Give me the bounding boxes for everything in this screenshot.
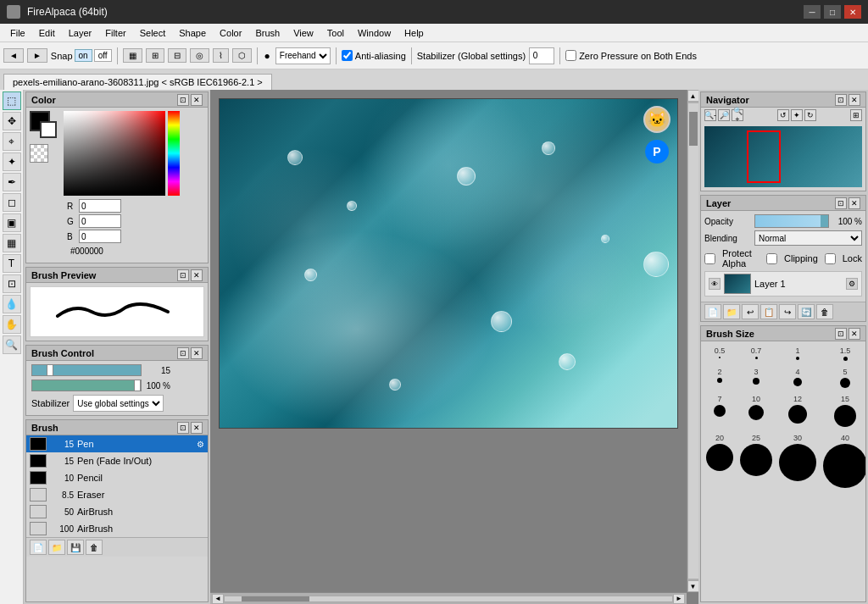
tool-lasso[interactable]: ⌖ <box>3 132 21 151</box>
menu-layer[interactable]: Layer <box>62 26 99 40</box>
brush-mode-select[interactable]: Freehand <box>275 47 331 64</box>
tool-hand[interactable]: ✋ <box>3 315 21 334</box>
layer-redo-btn[interactable]: ↪ <box>779 304 796 319</box>
tool-eyedrop[interactable]: 💧 <box>3 295 21 313</box>
menu-filter[interactable]: Filter <box>98 26 132 40</box>
brush-size-item-0.5[interactable]: 0.5 <box>704 345 735 363</box>
tool-pen[interactable]: ✒ <box>3 173 21 191</box>
brush-size-item-1[interactable]: 1 <box>777 345 818 363</box>
brush-size-item-10[interactable]: 10 <box>738 393 774 429</box>
brush-save-btn[interactable]: 💾 <box>67 540 84 555</box>
toolbar-snap2-button[interactable]: ⊞ <box>146 48 164 63</box>
brush-size-item-4[interactable]: 4 <box>777 366 818 390</box>
brush-panel-close-btn[interactable]: ✕ <box>191 422 203 434</box>
swatch-container[interactable] <box>30 111 60 141</box>
hscroll-thumb[interactable] <box>242 596 309 601</box>
brush-size-item-1.5[interactable]: 1.5 <box>821 345 865 363</box>
menu-shape[interactable]: Shape <box>172 26 213 40</box>
brush-add-btn[interactable]: 📄 <box>30 540 47 555</box>
brush-folder-btn[interactable]: 📁 <box>48 540 65 555</box>
snap-off-button[interactable]: off <box>94 49 112 62</box>
brush-delete-btn[interactable]: 🗑 <box>86 540 103 555</box>
size-slider[interactable] <box>31 364 142 376</box>
transparent-swatch[interactable] <box>30 144 48 163</box>
lock-checkbox[interactable] <box>825 253 836 264</box>
brush-control-float-btn[interactable]: ⊡ <box>177 347 189 359</box>
vscroll-down[interactable]: ▼ <box>687 580 699 592</box>
stabilizer-input[interactable] <box>529 47 554 64</box>
b-input[interactable]: 0 <box>79 230 121 243</box>
brush-control-controls[interactable]: ⊡ ✕ <box>177 347 203 359</box>
tool-move[interactable]: ✥ <box>3 112 21 130</box>
brush-panel-controls[interactable]: ⊡ ✕ <box>177 422 203 434</box>
navigator-controls[interactable]: ⊡ ✕ <box>835 94 860 106</box>
color-panel-close-btn[interactable]: ✕ <box>191 94 203 106</box>
vscroll-thumb[interactable] <box>689 112 698 146</box>
toolbar-snap3-button[interactable]: ⊟ <box>168 48 186 63</box>
brush-control-close-btn[interactable]: ✕ <box>191 347 203 359</box>
nav-star[interactable]: ✦ <box>791 109 803 121</box>
brush-gear-pen[interactable]: ⚙ <box>197 440 204 449</box>
nav-zoom-out2[interactable]: 🔎 <box>718 109 730 121</box>
zero-pressure-checkbox[interactable] <box>565 50 576 61</box>
brush-size-item-25[interactable]: 25 <box>738 432 774 490</box>
brush-size-item-30[interactable]: 30 <box>777 432 818 490</box>
color-panel-float-btn[interactable]: ⊡ <box>177 94 189 106</box>
layer-folder-btn[interactable]: 📁 <box>723 304 740 319</box>
toolbar-grid-button[interactable]: ▦ <box>123 48 142 63</box>
nav-zoom-out[interactable]: 🔍- <box>704 109 716 121</box>
brush-size-float-btn[interactable]: ⊡ <box>835 328 847 340</box>
nav-zoom-in[interactable]: 🔍+ <box>732 109 743 121</box>
tool-select[interactable]: ⬚ <box>3 91 21 110</box>
tool-magic-wand[interactable]: ✦ <box>3 152 21 171</box>
brush-size-item-20[interactable]: 20 <box>704 432 735 490</box>
brush-item-pen[interactable]: 15 Pen ⚙ <box>26 435 208 452</box>
layer-delete-btn[interactable]: 🗑 <box>816 304 833 319</box>
brush-item-eraser[interactable]: 8.5 Eraser <box>26 486 208 503</box>
layer-float-btn[interactable]: ⊡ <box>835 197 847 209</box>
vscroll-up[interactable]: ▲ <box>687 90 699 102</box>
brush-size-item-12[interactable]: 12 <box>777 393 818 429</box>
toolbar-fwd-button[interactable]: ► <box>27 48 47 63</box>
brush-size-item-3[interactable]: 3 <box>738 366 774 390</box>
tool-gradient[interactable]: ▦ <box>3 234 21 252</box>
hscroll-left[interactable]: ◄ <box>212 594 224 604</box>
brush-size-item-0.7[interactable]: 0.7 <box>738 345 774 363</box>
snap-on-button[interactable]: on <box>75 49 92 62</box>
tool-zoom[interactable]: 🔍 <box>3 335 21 354</box>
tool-text[interactable]: T <box>3 254 21 273</box>
menu-edit[interactable]: Edit <box>32 26 62 40</box>
toolbar-back-button[interactable]: ◄ <box>3 48 24 63</box>
opacity-slider[interactable] <box>31 380 142 391</box>
nav-rotate-cw[interactable]: ↻ <box>804 109 816 121</box>
tool-fill[interactable]: ▣ <box>3 213 21 232</box>
menu-window[interactable]: Window <box>351 26 398 40</box>
menu-color[interactable]: Color <box>213 26 248 40</box>
layer-item-1[interactable]: 👁 Layer 1 ⚙ <box>704 271 862 296</box>
menu-tool[interactable]: Tool <box>320 26 351 40</box>
r-input[interactable]: 0 <box>79 199 121 213</box>
anti-aliasing-checkbox[interactable] <box>342 50 353 61</box>
nav-fit[interactable]: ⊞ <box>850 109 862 121</box>
background-swatch[interactable] <box>40 121 57 138</box>
brush-size-item-7[interactable]: 7 <box>704 393 735 429</box>
brush-panel-float-btn[interactable]: ⊡ <box>177 422 189 434</box>
color-gradient[interactable] <box>64 111 165 196</box>
layer-controls[interactable]: ⊡ ✕ <box>835 197 860 209</box>
nav-close-btn[interactable]: ✕ <box>849 94 860 106</box>
brush-size-close-btn[interactable]: ✕ <box>849 328 860 340</box>
clipping-checkbox[interactable] <box>766 253 777 264</box>
toolbar-curve-button[interactable]: ⌇ <box>213 48 229 63</box>
layer-undo-btn[interactable]: ↩ <box>742 304 759 319</box>
layer-merge-btn[interactable]: 🔄 <box>798 304 815 319</box>
layer-copy-btn[interactable]: 📋 <box>760 304 777 319</box>
active-tab[interactable]: pexels-emiliano-arano-3608311.jpg < sRGB… <box>3 74 272 90</box>
g-input[interactable]: 0 <box>79 214 121 228</box>
menu-view[interactable]: View <box>287 26 320 40</box>
brush-size-item-15[interactable]: 15 <box>821 393 865 429</box>
brush-size-controls[interactable]: ⊡ ✕ <box>835 328 860 340</box>
nav-rotate-ccw[interactable]: ↺ <box>777 109 789 121</box>
brush-preview-controls[interactable]: ⊡ ✕ <box>177 269 203 281</box>
title-controls[interactable]: ─ □ ✕ <box>804 5 861 19</box>
minimize-button[interactable]: ─ <box>804 5 821 19</box>
